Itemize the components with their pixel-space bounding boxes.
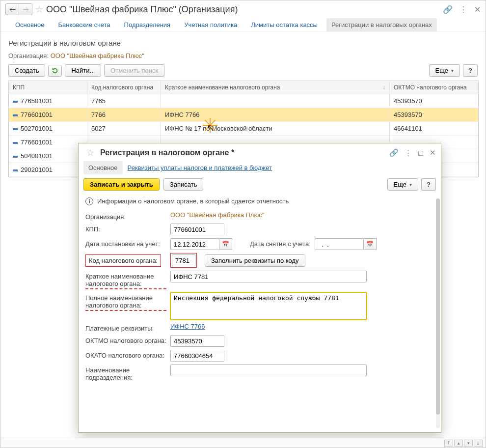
refresh-icon	[52, 67, 58, 74]
label-oktmo: ОКТМО налогового органа:	[85, 335, 166, 344]
save-and-close-button[interactable]: Записать и закрыть	[83, 178, 160, 191]
more-button[interactable]: Еще	[429, 64, 460, 77]
table-row[interactable]: 776501001776545393570	[9, 94, 478, 108]
table-row[interactable]: 5027010015027ИФНС № 17 по Московской обл…	[9, 122, 478, 136]
save-button[interactable]: Записать	[163, 178, 204, 191]
input-tax-code[interactable]	[172, 254, 195, 266]
tab-accounting-policy[interactable]: Учетная политика	[179, 18, 242, 31]
input-subdivision[interactable]	[170, 364, 367, 376]
label-short-name: Краткое наименование налогового органа:	[85, 271, 166, 289]
modal-link-icon[interactable]: 🔗	[389, 148, 399, 157]
modal-maximize-icon[interactable]: ◻	[418, 148, 424, 157]
input-kpp[interactable]	[170, 224, 224, 235]
label-kpp: КПП:	[85, 224, 166, 233]
scroll-bottom-icon[interactable]: ⤓	[474, 440, 483, 447]
page-title: ООО "Швейная фабрика Плюс" (Организация)	[46, 4, 238, 15]
modal-tab-payment-details[interactable]: Реквизиты уплаты налогов и платежей в бю…	[123, 161, 277, 174]
tab-cash-limits[interactable]: Лимиты остатка кассы	[246, 18, 323, 31]
modal-kebab-icon[interactable]: ⋮	[405, 148, 412, 157]
scroll-down-icon[interactable]: ▾	[464, 440, 473, 447]
tab-main[interactable]: Основное	[10, 18, 50, 31]
modal-title: Регистрация в налоговом органе *	[100, 148, 234, 157]
label-dereg-date: Дата снятия с учета:	[250, 238, 311, 248]
link-payment-requisites[interactable]: ИФНС 7766	[170, 323, 205, 330]
modal-help-button[interactable]: ?	[421, 178, 436, 191]
textarea-full-name[interactable]	[170, 292, 367, 320]
modal-scroll-thumb[interactable]	[436, 198, 440, 415]
input-reg-date[interactable]	[170, 238, 219, 250]
help-button[interactable]: ?	[463, 64, 478, 77]
kebab-menu-icon[interactable]: ⋮	[459, 5, 467, 14]
row-marker-icon	[13, 169, 18, 171]
link-icon[interactable]: 🔗	[443, 5, 453, 14]
col-oktmo[interactable]: ОКТМО налогового органа	[390, 81, 478, 94]
tab-subdivisions[interactable]: Подразделения	[119, 18, 176, 31]
input-dereg-date[interactable]	[315, 238, 364, 250]
bottom-nav-bar: ⤒ ▴ ▾ ⤓	[0, 438, 486, 448]
input-oktmo[interactable]	[170, 335, 224, 347]
scroll-top-icon[interactable]: ⤒	[444, 440, 453, 447]
refresh-button[interactable]	[48, 65, 62, 77]
label-tax-code: Код налогового органа:	[85, 254, 161, 267]
close-window-icon[interactable]: ✕	[474, 5, 481, 14]
modal-close-icon[interactable]: ✕	[430, 148, 436, 157]
value-organization: ООО "Швейная фабрика Плюс"	[170, 211, 264, 219]
label-subdivision: Наименование подразделения:	[85, 364, 166, 381]
tabs-bar: Основное Банковские счета Подразделения …	[0, 16, 486, 32]
label-payment-requisites: Платежные реквизиты:	[85, 323, 166, 332]
input-okato[interactable]	[170, 350, 224, 362]
row-marker-icon	[13, 114, 18, 116]
row-marker-icon	[13, 128, 18, 130]
fill-by-code-button[interactable]: Заполнить реквизиты по коду	[205, 254, 305, 267]
modal-more-button[interactable]: Еще	[387, 178, 418, 191]
label-reg-date: Дата постановки на учет:	[85, 238, 166, 248]
calendar-icon[interactable]: 📅	[219, 238, 232, 250]
org-value: ООО "Швейная фабрика Плюс"	[51, 52, 144, 59]
find-button[interactable]: Найти...	[65, 64, 101, 77]
tab-tax-registrations[interactable]: Регистрации в налоговых органах	[326, 18, 437, 31]
section-title: Регистрации в налоговом органе	[8, 39, 478, 47]
modal-favorite-star-icon[interactable]: ☆	[86, 147, 94, 158]
label-organization: Организация:	[85, 211, 166, 221]
sort-indicator-icon: ↓	[382, 84, 385, 91]
nav-back-button[interactable]: 🡠	[5, 3, 19, 15]
input-short-name[interactable]	[170, 271, 367, 282]
row-marker-icon	[13, 142, 18, 144]
row-marker-icon	[13, 101, 18, 103]
info-text: Информация о налоговом органе, в который…	[97, 197, 289, 205]
favorite-star-icon[interactable]: ☆	[35, 4, 43, 15]
cancel-search-button[interactable]: Отменить поиск	[104, 64, 164, 77]
modal-tab-main[interactable]: Основное	[83, 161, 123, 174]
col-tax-code[interactable]: Код налогового органа	[87, 81, 161, 94]
label-full-name: Полное наименование налогового органа:	[85, 292, 166, 311]
label-okato: ОКАТО налогового органа:	[85, 350, 166, 359]
col-kpp[interactable]: КПП	[9, 81, 87, 94]
registration-modal: ☆ Регистрация в налоговом органе * 🔗 ⋮ ◻…	[78, 143, 441, 433]
scroll-up-icon[interactable]: ▴	[454, 440, 463, 447]
org-label: Организация:	[8, 52, 49, 59]
col-short-name[interactable]: Краткое наименование налогового органа↓	[161, 81, 390, 94]
nav-forward-button[interactable]: 🡢	[19, 3, 32, 15]
table-row[interactable]: 7766010017766ИФНС 776645393570	[9, 108, 478, 122]
info-icon: i	[85, 197, 93, 205]
calendar-icon-2[interactable]: 📅	[364, 238, 377, 250]
tab-bank-accounts[interactable]: Банковские счета	[54, 18, 115, 31]
row-marker-icon	[13, 156, 18, 158]
create-button[interactable]: Создать	[8, 64, 45, 77]
